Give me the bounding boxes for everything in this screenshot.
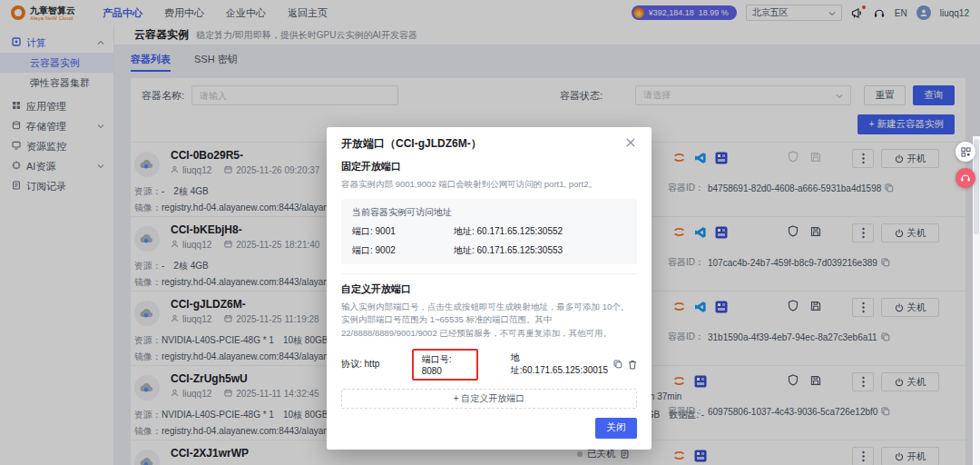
- delete-icon[interactable]: [628, 360, 637, 370]
- fixed-ports-description: 容器实例内部 9001,9002 端口会映射到公网可访问的 port1, por…: [341, 178, 637, 192]
- qr-contact-icon[interactable]: [956, 142, 975, 162]
- mapping-port: 端口: 9001: [352, 225, 454, 238]
- current-address-panel: 当前容器实例可访问地址 端口: 9001 地址: 60.171.65.125:3…: [341, 199, 637, 264]
- custom-ports-description: 输入实例内部端口号，点击生成按钮即可生成映射地址，最多可添加 10个。实例内部端…: [341, 301, 637, 341]
- custom-port-entry: 协议: http 端口号: 8080 地址:60.171.65.125:3001…: [341, 349, 637, 381]
- panel-title: 当前容器实例可访问地址: [352, 206, 626, 219]
- port-mapping-row: 端口: 9001 地址: 60.171.65.125:30552: [352, 225, 626, 238]
- entry-address: 地址:60.171.65.125:30015: [511, 351, 608, 377]
- entry-protocol: 协议: http: [341, 358, 412, 371]
- entry-port-highlighted[interactable]: 端口号: 8080: [412, 349, 478, 381]
- floating-helper-buttons: [956, 142, 975, 188]
- copy-icon[interactable]: [613, 360, 622, 369]
- fixed-ports-heading: 固定开放端口: [341, 160, 637, 173]
- port-mapping-row: 端口: 9002 地址: 60.171.65.125:30553: [352, 244, 626, 257]
- close-button[interactable]: 关闭: [595, 418, 637, 439]
- mapping-address: 地址: 60.171.65.125:30553: [454, 244, 563, 257]
- mapping-address: 地址: 60.171.65.125:30552: [454, 225, 563, 238]
- customer-service-icon[interactable]: [956, 168, 975, 188]
- close-icon[interactable]: [624, 136, 637, 149]
- custom-ports-heading: 自定义开放端口: [341, 282, 637, 296]
- add-custom-port-button[interactable]: + 自定义开放端口: [341, 389, 637, 409]
- mapping-port: 端口: 9002: [352, 244, 454, 257]
- dialog-title: 开放端口（CCI-gJLDZ6M-）: [341, 136, 482, 152]
- open-ports-dialog: 开放端口（CCI-gJLDZ6M-） 固定开放端口 容器实例内部 9001,90…: [327, 127, 652, 450]
